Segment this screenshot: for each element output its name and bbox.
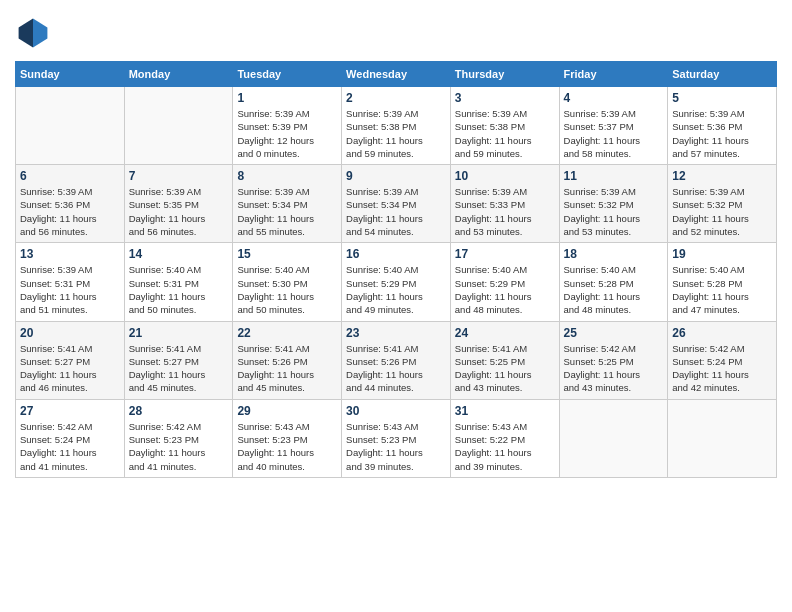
calendar-cell: 2Sunrise: 5:39 AMSunset: 5:38 PMDaylight… [342,87,451,165]
calendar-week-row: 1Sunrise: 5:39 AMSunset: 5:39 PMDaylight… [16,87,777,165]
calendar-cell: 25Sunrise: 5:42 AMSunset: 5:25 PMDayligh… [559,321,668,399]
day-number: 27 [20,404,120,418]
day-number: 14 [129,247,229,261]
calendar-cell: 29Sunrise: 5:43 AMSunset: 5:23 PMDayligh… [233,399,342,477]
calendar-cell: 8Sunrise: 5:39 AMSunset: 5:34 PMDaylight… [233,165,342,243]
calendar-week-row: 27Sunrise: 5:42 AMSunset: 5:24 PMDayligh… [16,399,777,477]
day-number: 30 [346,404,446,418]
day-number: 10 [455,169,555,183]
day-number: 29 [237,404,337,418]
calendar-cell: 30Sunrise: 5:43 AMSunset: 5:23 PMDayligh… [342,399,451,477]
day-info: Sunrise: 5:42 AMSunset: 5:24 PMDaylight:… [672,342,772,395]
day-number: 25 [564,326,664,340]
day-number: 9 [346,169,446,183]
day-info: Sunrise: 5:40 AMSunset: 5:28 PMDaylight:… [564,263,664,316]
logo-icon [15,15,51,51]
day-number: 3 [455,91,555,105]
day-number: 22 [237,326,337,340]
calendar-cell: 23Sunrise: 5:41 AMSunset: 5:26 PMDayligh… [342,321,451,399]
calendar-cell: 20Sunrise: 5:41 AMSunset: 5:27 PMDayligh… [16,321,125,399]
day-info: Sunrise: 5:40 AMSunset: 5:28 PMDaylight:… [672,263,772,316]
day-number: 21 [129,326,229,340]
svg-marker-0 [33,19,47,48]
day-info: Sunrise: 5:39 AMSunset: 5:35 PMDaylight:… [129,185,229,238]
day-info: Sunrise: 5:39 AMSunset: 5:32 PMDaylight:… [564,185,664,238]
day-number: 15 [237,247,337,261]
day-info: Sunrise: 5:41 AMSunset: 5:25 PMDaylight:… [455,342,555,395]
day-number: 16 [346,247,446,261]
day-number: 5 [672,91,772,105]
logo [15,15,55,51]
day-info: Sunrise: 5:39 AMSunset: 5:36 PMDaylight:… [20,185,120,238]
day-info: Sunrise: 5:41 AMSunset: 5:27 PMDaylight:… [20,342,120,395]
day-info: Sunrise: 5:42 AMSunset: 5:23 PMDaylight:… [129,420,229,473]
day-info: Sunrise: 5:39 AMSunset: 5:33 PMDaylight:… [455,185,555,238]
day-info: Sunrise: 5:39 AMSunset: 5:39 PMDaylight:… [237,107,337,160]
day-number: 4 [564,91,664,105]
day-number: 28 [129,404,229,418]
day-info: Sunrise: 5:40 AMSunset: 5:31 PMDaylight:… [129,263,229,316]
day-info: Sunrise: 5:43 AMSunset: 5:22 PMDaylight:… [455,420,555,473]
calendar-cell: 3Sunrise: 5:39 AMSunset: 5:38 PMDaylight… [450,87,559,165]
day-info: Sunrise: 5:43 AMSunset: 5:23 PMDaylight:… [346,420,446,473]
day-info: Sunrise: 5:39 AMSunset: 5:37 PMDaylight:… [564,107,664,160]
calendar-cell: 24Sunrise: 5:41 AMSunset: 5:25 PMDayligh… [450,321,559,399]
calendar-cell: 19Sunrise: 5:40 AMSunset: 5:28 PMDayligh… [668,243,777,321]
calendar-cell: 22Sunrise: 5:41 AMSunset: 5:26 PMDayligh… [233,321,342,399]
day-number: 19 [672,247,772,261]
day-number: 31 [455,404,555,418]
day-info: Sunrise: 5:39 AMSunset: 5:31 PMDaylight:… [20,263,120,316]
calendar-cell: 5Sunrise: 5:39 AMSunset: 5:36 PMDaylight… [668,87,777,165]
calendar-cell: 4Sunrise: 5:39 AMSunset: 5:37 PMDaylight… [559,87,668,165]
day-number: 23 [346,326,446,340]
calendar-week-row: 6Sunrise: 5:39 AMSunset: 5:36 PMDaylight… [16,165,777,243]
calendar-cell: 11Sunrise: 5:39 AMSunset: 5:32 PMDayligh… [559,165,668,243]
calendar-cell: 9Sunrise: 5:39 AMSunset: 5:34 PMDaylight… [342,165,451,243]
calendar-cell: 18Sunrise: 5:40 AMSunset: 5:28 PMDayligh… [559,243,668,321]
weekday-header-row: SundayMondayTuesdayWednesdayThursdayFrid… [16,62,777,87]
day-info: Sunrise: 5:42 AMSunset: 5:24 PMDaylight:… [20,420,120,473]
day-info: Sunrise: 5:39 AMSunset: 5:38 PMDaylight:… [455,107,555,160]
day-info: Sunrise: 5:41 AMSunset: 5:27 PMDaylight:… [129,342,229,395]
day-info: Sunrise: 5:42 AMSunset: 5:25 PMDaylight:… [564,342,664,395]
day-number: 13 [20,247,120,261]
day-number: 20 [20,326,120,340]
calendar-cell: 16Sunrise: 5:40 AMSunset: 5:29 PMDayligh… [342,243,451,321]
calendar-cell [124,87,233,165]
calendar-cell: 7Sunrise: 5:39 AMSunset: 5:35 PMDaylight… [124,165,233,243]
calendar-cell: 31Sunrise: 5:43 AMSunset: 5:22 PMDayligh… [450,399,559,477]
calendar-cell: 21Sunrise: 5:41 AMSunset: 5:27 PMDayligh… [124,321,233,399]
calendar-cell: 6Sunrise: 5:39 AMSunset: 5:36 PMDaylight… [16,165,125,243]
day-number: 26 [672,326,772,340]
calendar-cell: 26Sunrise: 5:42 AMSunset: 5:24 PMDayligh… [668,321,777,399]
day-number: 8 [237,169,337,183]
day-info: Sunrise: 5:41 AMSunset: 5:26 PMDaylight:… [346,342,446,395]
day-info: Sunrise: 5:39 AMSunset: 5:34 PMDaylight:… [237,185,337,238]
day-number: 11 [564,169,664,183]
day-number: 6 [20,169,120,183]
day-number: 7 [129,169,229,183]
day-info: Sunrise: 5:40 AMSunset: 5:29 PMDaylight:… [346,263,446,316]
day-info: Sunrise: 5:39 AMSunset: 5:38 PMDaylight:… [346,107,446,160]
calendar-cell: 14Sunrise: 5:40 AMSunset: 5:31 PMDayligh… [124,243,233,321]
day-number: 18 [564,247,664,261]
day-number: 24 [455,326,555,340]
weekday-label: Tuesday [233,62,342,87]
calendar-cell [16,87,125,165]
day-number: 2 [346,91,446,105]
page-header [15,15,777,51]
svg-marker-1 [19,19,33,48]
weekday-label: Friday [559,62,668,87]
calendar-cell: 17Sunrise: 5:40 AMSunset: 5:29 PMDayligh… [450,243,559,321]
day-info: Sunrise: 5:40 AMSunset: 5:29 PMDaylight:… [455,263,555,316]
calendar-week-row: 13Sunrise: 5:39 AMSunset: 5:31 PMDayligh… [16,243,777,321]
calendar-table: SundayMondayTuesdayWednesdayThursdayFrid… [15,61,777,478]
weekday-label: Sunday [16,62,125,87]
day-info: Sunrise: 5:43 AMSunset: 5:23 PMDaylight:… [237,420,337,473]
calendar-cell: 1Sunrise: 5:39 AMSunset: 5:39 PMDaylight… [233,87,342,165]
calendar-cell [559,399,668,477]
day-number: 1 [237,91,337,105]
weekday-label: Saturday [668,62,777,87]
weekday-label: Wednesday [342,62,451,87]
day-number: 12 [672,169,772,183]
